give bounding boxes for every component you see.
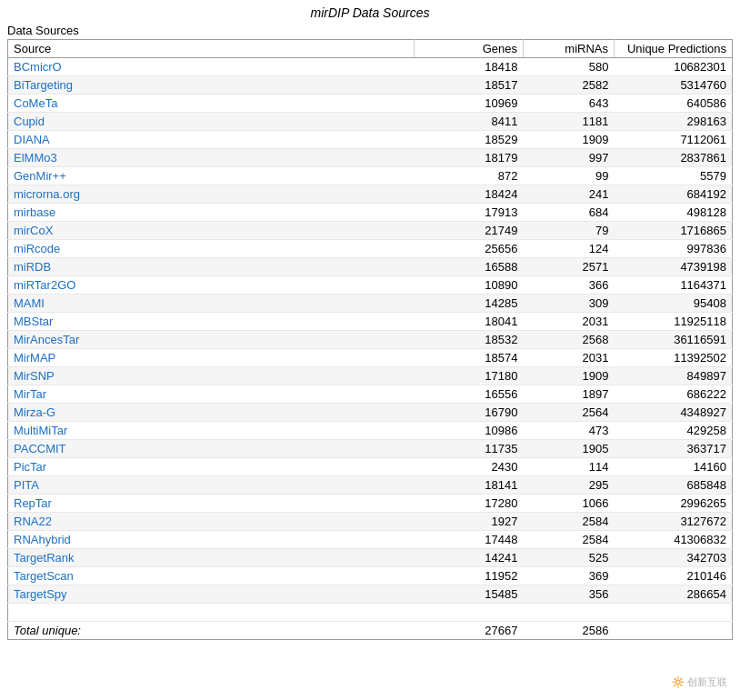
section-label: Data Sources [7, 24, 733, 37]
source-cell[interactable]: BCmicrO [8, 58, 415, 76]
mirnas-cell: 1897 [524, 385, 615, 404]
source-cell[interactable]: MultiMiTar [8, 422, 415, 440]
predictions-cell: 4348927 [615, 404, 733, 422]
predictions-cell: 5579 [615, 167, 733, 185]
table-row: PACCMIT117351905363717 [8, 440, 733, 458]
source-cell[interactable]: TargetScan [8, 567, 415, 585]
mirnas-cell: 580 [524, 58, 615, 76]
genes-cell: 16790 [415, 404, 524, 422]
source-cell[interactable]: BiTargeting [8, 76, 415, 95]
mirnas-cell: 114 [524, 458, 615, 476]
table-row: BCmicrO1841858010682301 [8, 58, 733, 76]
mirnas-cell: 1181 [524, 113, 615, 131]
source-cell[interactable]: miRDB [8, 258, 415, 276]
source-cell[interactable]: RNAhybrid [8, 531, 415, 549]
genes-cell: 10890 [415, 276, 524, 295]
table-row: miRTar2GO108903661164371 [8, 276, 733, 295]
table-row: Mirza-G1679025644348927 [8, 404, 733, 422]
predictions-cell: 686222 [615, 385, 733, 404]
genes-cell: 2430 [415, 458, 524, 476]
total-row: Total unique:276672586 [8, 622, 733, 640]
mirnas-cell: 366 [524, 276, 615, 295]
predictions-cell: 849897 [615, 367, 733, 385]
source-cell[interactable]: mirbase [8, 204, 415, 222]
table-row: mirCoX21749791716865 [8, 222, 733, 240]
table-row: TargetSpy15485356286654 [8, 585, 733, 604]
predictions-cell: 1164371 [615, 276, 733, 295]
genes-cell: 16588 [415, 258, 524, 276]
page-container: mirDIP Data Sources Data Sources Source … [0, 0, 740, 649]
mirnas-cell: 295 [524, 476, 615, 495]
predictions-cell: 298163 [615, 113, 733, 131]
col-header-mirnas: miRNAs [524, 40, 615, 58]
watermark: 🔆 创新互联 [668, 674, 731, 691]
table-row: microrna.org18424241684192 [8, 185, 733, 204]
source-cell[interactable]: PicTar [8, 458, 415, 476]
source-cell[interactable]: Cupid [8, 113, 415, 131]
mirnas-cell: 2568 [524, 331, 615, 349]
table-row: miRcode25656124997836 [8, 240, 733, 258]
mirnas-cell: 2031 [524, 313, 615, 331]
source-cell[interactable]: mirCoX [8, 222, 415, 240]
page-title: mirDIP Data Sources [7, 5, 733, 20]
source-cell[interactable]: MBStar [8, 313, 415, 331]
predictions-cell: 997836 [615, 240, 733, 258]
mirnas-cell: 79 [524, 222, 615, 240]
predictions-cell: 1716865 [615, 222, 733, 240]
source-cell[interactable]: MirTar [8, 385, 415, 404]
table-row: miRDB1658825714739198 [8, 258, 733, 276]
table-row: GenMir++872995579 [8, 167, 733, 185]
source-cell[interactable]: miRTar2GO [8, 276, 415, 295]
source-cell[interactable]: ElMMo3 [8, 149, 415, 167]
mirnas-cell: 1909 [524, 367, 615, 385]
table-row: CoMeTa10969643640586 [8, 95, 733, 113]
total-genes: 27667 [415, 622, 524, 640]
total-predictions [615, 622, 733, 640]
table-row: MultiMiTar10986473429258 [8, 422, 733, 440]
source-cell[interactable]: PACCMIT [8, 440, 415, 458]
predictions-cell: 684192 [615, 185, 733, 204]
mirnas-cell: 684 [524, 204, 615, 222]
source-cell[interactable]: MirMAP [8, 349, 415, 367]
source-cell[interactable]: RNA22 [8, 513, 415, 531]
mirnas-cell: 473 [524, 422, 615, 440]
col-header-genes: Genes [415, 40, 524, 58]
genes-cell: 18418 [415, 58, 524, 76]
table-row: Cupid84111181298163 [8, 113, 733, 131]
genes-cell: 18532 [415, 331, 524, 349]
source-cell[interactable]: PITA [8, 476, 415, 495]
genes-cell: 10969 [415, 95, 524, 113]
source-cell[interactable]: Mirza-G [8, 404, 415, 422]
mirnas-cell: 525 [524, 549, 615, 567]
predictions-cell: 685848 [615, 476, 733, 495]
table-row: MirSNP171801909849897 [8, 367, 733, 385]
predictions-cell: 4739198 [615, 258, 733, 276]
source-cell[interactable]: GenMir++ [8, 167, 415, 185]
table-row: mirbase17913684498128 [8, 204, 733, 222]
source-cell[interactable]: MirAncesTar [8, 331, 415, 349]
source-cell[interactable]: MirSNP [8, 367, 415, 385]
genes-cell: 18574 [415, 349, 524, 367]
predictions-cell: 11925118 [615, 313, 733, 331]
genes-cell: 11952 [415, 567, 524, 585]
source-cell[interactable]: CoMeTa [8, 95, 415, 113]
mirnas-cell: 124 [524, 240, 615, 258]
source-cell[interactable]: microrna.org [8, 185, 415, 204]
source-cell[interactable]: RepTar [8, 495, 415, 513]
genes-cell: 1927 [415, 513, 524, 531]
table-row: MBStar18041203111925118 [8, 313, 733, 331]
data-sources-table: Source Genes miRNAs Unique Predictions B… [7, 39, 733, 640]
total-mirnas: 2586 [524, 622, 615, 640]
predictions-cell: 41306832 [615, 531, 733, 549]
source-cell[interactable]: miRcode [8, 240, 415, 258]
source-cell[interactable]: MAMI [8, 295, 415, 313]
source-cell[interactable]: TargetRank [8, 549, 415, 567]
predictions-cell: 95408 [615, 295, 733, 313]
genes-cell: 16556 [415, 385, 524, 404]
table-row: TargetRank14241525342703 [8, 549, 733, 567]
source-cell[interactable]: DIANA [8, 131, 415, 149]
mirnas-cell: 241 [524, 185, 615, 204]
source-cell[interactable]: TargetSpy [8, 585, 415, 604]
mirnas-cell: 2582 [524, 76, 615, 95]
table-row: TargetScan11952369210146 [8, 567, 733, 585]
